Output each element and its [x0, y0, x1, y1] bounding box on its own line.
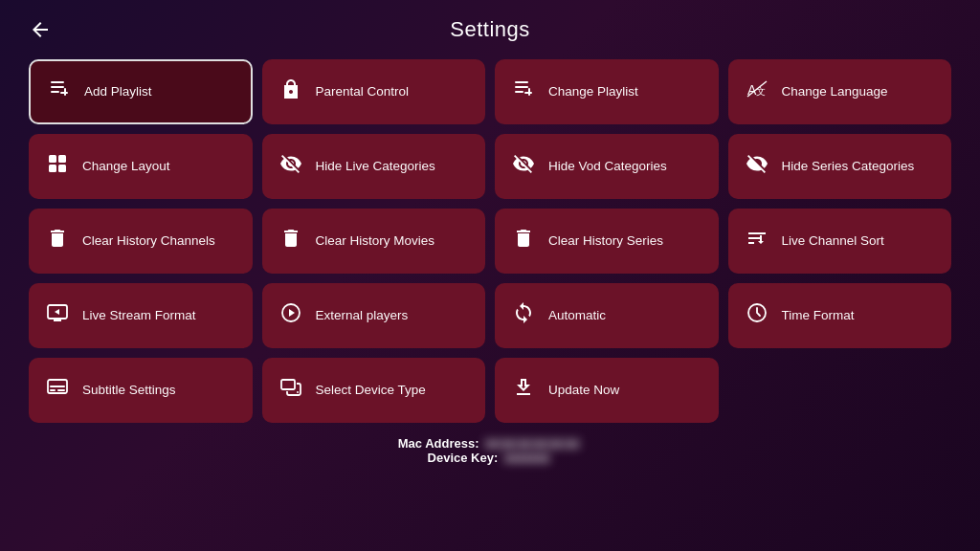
device-key-label: Device Key: — [428, 451, 499, 465]
settings-item-select-device-type[interactable]: Select Device Type — [262, 358, 486, 423]
settings-item-change-playlist[interactable]: Change Playlist — [495, 59, 719, 124]
svg-point-32 — [297, 391, 299, 393]
change-language-icon: A文 — [744, 77, 770, 106]
svg-rect-7 — [515, 91, 523, 93]
time-format-icon — [744, 301, 770, 330]
svg-rect-19 — [288, 235, 290, 243]
settings-item-clear-history-movies[interactable]: Clear History Movies — [262, 209, 486, 274]
settings-item-live-channel-sort[interactable]: Live Channel Sort — [728, 209, 952, 274]
svg-rect-20 — [292, 235, 294, 243]
svg-rect-13 — [49, 155, 56, 163]
hide-series-categories-icon — [744, 152, 770, 181]
back-icon — [29, 18, 52, 41]
clear-history-movies-label: Clear History Movies — [316, 232, 435, 250]
add-playlist-label: Add Playlist — [84, 83, 152, 100]
svg-rect-22 — [524, 235, 526, 243]
svg-rect-31 — [281, 380, 295, 389]
select-device-type-icon — [278, 376, 304, 405]
settings-item-hide-vod-categories[interactable]: Hide Vod Categories — [495, 134, 719, 199]
settings-item-hide-live-categories[interactable]: Hide Live Categories — [262, 134, 486, 199]
settings-item-parental-control[interactable]: Parental Control — [262, 59, 486, 124]
settings-item-hide-series-categories[interactable]: Hide Series Categories — [728, 134, 952, 199]
svg-marker-25 — [289, 309, 295, 317]
automatic-icon — [510, 301, 537, 330]
change-playlist-icon — [510, 77, 537, 106]
settings-item-clear-history-channels[interactable]: Clear History Channels — [29, 209, 253, 274]
settings-grid: Add PlaylistParental ControlChange Playl… — [0, 59, 980, 423]
parental-control-label: Parental Control — [316, 83, 410, 100]
back-button[interactable] — [29, 18, 52, 41]
live-stream-format-label: Live Stream Format — [82, 307, 196, 324]
settings-item-change-language[interactable]: A文Change Language — [728, 59, 952, 124]
svg-rect-17 — [55, 235, 56, 243]
clear-history-series-icon — [510, 227, 537, 255]
settings-item-change-layout[interactable]: Change Layout — [29, 134, 253, 199]
settings-item-time-format[interactable]: Time Format — [728, 283, 952, 348]
svg-rect-2 — [51, 91, 59, 93]
settings-item-live-stream-format[interactable]: Live Stream Format — [29, 283, 253, 348]
select-device-type-label: Select Device Type — [316, 382, 426, 399]
live-channel-sort-label: Live Channel Sort — [782, 232, 884, 250]
svg-rect-29 — [57, 389, 65, 391]
clear-history-series-label: Clear History Series — [548, 232, 663, 250]
update-now-icon — [510, 376, 537, 405]
hide-series-categories-label: Hide Series Categories — [782, 158, 915, 175]
settings-item-external-players[interactable]: External players — [262, 283, 486, 348]
svg-rect-5 — [515, 81, 528, 83]
svg-rect-16 — [58, 165, 66, 172]
svg-rect-4 — [60, 92, 68, 94]
hide-vod-categories-label: Hide Vod Categories — [548, 158, 667, 175]
settings-item-clear-history-series[interactable]: Clear History Series — [495, 209, 719, 274]
mac-address-label: Mac Address: — [398, 436, 479, 451]
add-playlist-icon — [46, 77, 73, 106]
hide-live-categories-icon — [278, 152, 304, 181]
subtitle-settings-label: Subtitle Settings — [82, 382, 176, 399]
parental-control-icon — [278, 77, 304, 106]
header: Settings — [0, 0, 980, 59]
svg-rect-6 — [515, 86, 528, 88]
update-now-label: Update Now — [548, 382, 619, 399]
page-title: Settings — [450, 17, 530, 42]
external-players-label: External players — [316, 307, 409, 324]
svg-rect-28 — [50, 389, 56, 391]
mac-address-value: xx:xx:xx:xx:xx:xx — [482, 436, 582, 451]
svg-rect-15 — [49, 165, 56, 172]
change-language-label: Change Language — [782, 83, 888, 100]
svg-rect-14 — [58, 155, 66, 163]
clear-history-movies-icon — [278, 227, 304, 255]
subtitle-settings-icon — [44, 376, 71, 405]
time-format-label: Time Format — [782, 307, 855, 324]
svg-rect-21 — [521, 235, 523, 243]
svg-rect-18 — [58, 235, 60, 243]
hide-vod-categories-icon — [510, 152, 537, 181]
svg-rect-9 — [524, 92, 532, 94]
live-stream-format-icon — [44, 301, 71, 330]
settings-item-update-now[interactable]: Update Now — [495, 358, 719, 423]
clear-history-channels-label: Clear History Channels — [82, 232, 215, 250]
footer: Mac Address: xx:xx:xx:xx:xx:xx Device Ke… — [0, 436, 980, 465]
settings-item-subtitle-settings[interactable]: Subtitle Settings — [29, 358, 253, 423]
clear-history-channels-icon — [44, 227, 71, 255]
settings-item-add-playlist[interactable]: Add Playlist — [29, 59, 253, 124]
live-channel-sort-icon — [744, 227, 770, 255]
svg-rect-30 — [50, 386, 65, 387]
svg-rect-0 — [51, 81, 64, 83]
device-key-value: xxxxxxx — [501, 451, 553, 465]
settings-item-automatic[interactable]: Automatic — [495, 283, 719, 348]
change-layout-icon — [44, 152, 71, 181]
change-playlist-label: Change Playlist — [548, 83, 638, 100]
external-players-icon — [278, 301, 304, 330]
change-layout-label: Change Layout — [82, 158, 170, 175]
automatic-label: Automatic — [548, 307, 606, 324]
svg-rect-1 — [51, 86, 64, 88]
hide-live-categories-label: Hide Live Categories — [316, 158, 435, 175]
